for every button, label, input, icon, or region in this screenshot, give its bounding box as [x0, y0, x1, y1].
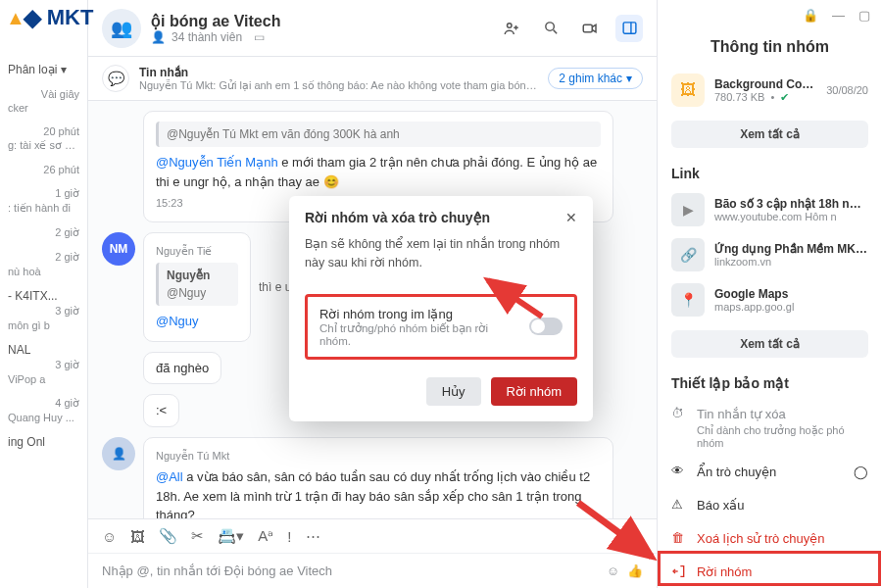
brand-logo-text: MKT	[47, 5, 94, 30]
close-icon[interactable]: ✕	[565, 210, 577, 225]
brand-logo: ▲◆ MKT	[6, 4, 93, 31]
silent-sub: Chỉ trưởng/phó nhóm biết bạn rời nhóm.	[319, 321, 519, 347]
modal-title: Rời nhóm và xóa trò chuyện	[305, 210, 490, 225]
silent-leave-option[interactable]: Rời nhóm trong im lặng Chỉ trưởng/phó nh…	[305, 294, 577, 360]
silent-title: Rời nhóm trong im lặng	[319, 307, 519, 321]
confirm-leave-button[interactable]: Rời nhóm	[491, 377, 577, 406]
modal-backdrop: Rời nhóm và xóa trò chuyện ✕ Bạn sẽ khôn…	[0, 0, 882, 588]
silent-toggle[interactable]	[529, 318, 563, 335]
cancel-button[interactable]: Hủy	[426, 377, 481, 406]
leave-group-modal: Rời nhóm và xóa trò chuyện ✕ Bạn sẽ khôn…	[289, 196, 593, 421]
modal-body: Bạn sẽ không thể xem lại tin nhắn trong …	[289, 235, 593, 286]
